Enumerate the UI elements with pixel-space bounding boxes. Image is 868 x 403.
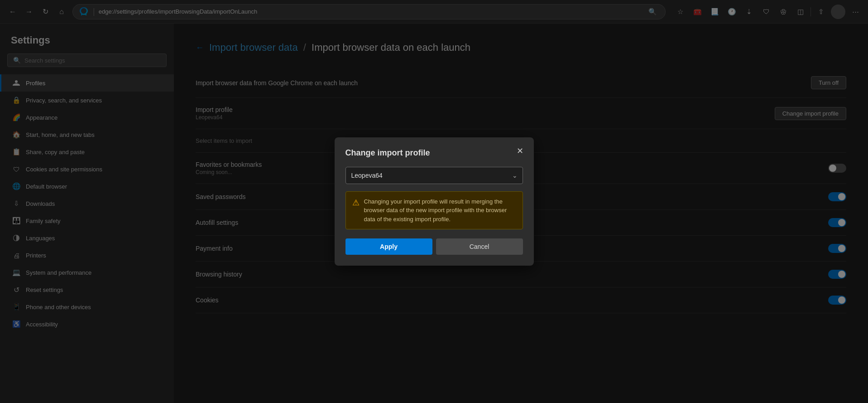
dialog-actions: Apply Cancel xyxy=(345,238,523,255)
profile-select[interactable]: Leopeva64 Default Profile 2 xyxy=(345,167,523,184)
dialog-close-button[interactable]: ✕ xyxy=(514,145,527,157)
warning-text: Changing your import profile will result… xyxy=(364,197,516,224)
dialog-overlay: Change import profile ✕ Leopeva64 Defaul… xyxy=(0,0,868,403)
warning-box: ⚠ Changing your import profile will resu… xyxy=(345,191,523,230)
warning-icon: ⚠ xyxy=(352,198,360,208)
cancel-button[interactable]: Cancel xyxy=(436,238,523,255)
apply-button[interactable]: Apply xyxy=(345,238,432,255)
dialog-title: Change import profile xyxy=(345,148,523,158)
change-import-profile-dialog: Change import profile ✕ Leopeva64 Defaul… xyxy=(335,137,534,266)
profile-select-container: Leopeva64 Default Profile 2 ⌄ xyxy=(345,167,523,184)
